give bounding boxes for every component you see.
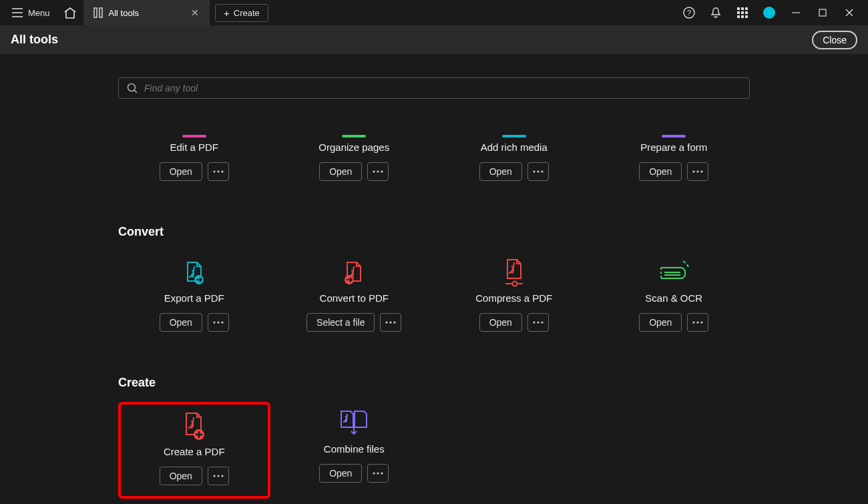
page-title: All tools: [11, 33, 58, 47]
tool-primary-button[interactable]: Open: [160, 467, 202, 485]
tool-label: Scan & OCR: [645, 292, 702, 304]
svg-point-15: [213, 170, 215, 172]
svg-rect-7: [737, 11, 740, 14]
tool-primary-button[interactable]: Open: [160, 162, 202, 181]
tool-icon: [182, 124, 206, 138]
svg-point-24: [693, 170, 695, 172]
tool-primary-button[interactable]: Open: [639, 313, 682, 332]
section-cards: Export a PDF Open Convert to PDF Select …: [118, 251, 750, 342]
partial-section-cards: Edit a PDF Open Organize pages Open Add …: [118, 119, 750, 192]
help-button[interactable]: ?: [676, 0, 702, 25]
tool-more-button[interactable]: [687, 162, 708, 181]
create-pdf-icon: [180, 410, 208, 442]
export-pdf-icon: [180, 256, 208, 288]
tool-primary-button[interactable]: Open: [479, 313, 522, 332]
tool-label: Add rich media: [481, 142, 548, 153]
search-input[interactable]: [144, 83, 741, 93]
tool-more-button[interactable]: [208, 467, 229, 485]
tool-card: Export a PDF Open: [118, 251, 270, 342]
tool-primary-button[interactable]: Open: [639, 162, 682, 181]
tool-more-button[interactable]: [208, 313, 229, 332]
tool-primary-button[interactable]: Open: [160, 313, 202, 332]
svg-rect-4: [737, 7, 740, 10]
svg-rect-6: [745, 7, 748, 10]
tool-more-button[interactable]: [527, 162, 549, 181]
tool-more-button[interactable]: [380, 313, 401, 332]
tool-card: Compress a PDF Open: [438, 251, 590, 342]
svg-point-39: [693, 321, 695, 323]
menu-button[interactable]: Menu: [5, 4, 57, 22]
svg-rect-8: [741, 11, 744, 14]
svg-point-33: [390, 321, 392, 323]
tool-label: Organize pages: [318, 142, 389, 153]
tab-label: All tools: [109, 8, 140, 18]
tool-label: Compress a PDF: [475, 292, 552, 304]
compress-pdf-icon: [500, 256, 528, 288]
notifications-button[interactable]: [702, 0, 729, 25]
window-minimize-button[interactable]: [783, 0, 809, 25]
svg-point-45: [221, 475, 223, 477]
svg-point-48: [381, 472, 383, 474]
create-label: Create: [234, 8, 260, 18]
tool-more-button[interactable]: [527, 313, 549, 332]
svg-point-19: [377, 170, 379, 172]
tool-primary-button[interactable]: Open: [319, 464, 362, 483]
combine-files-icon: [339, 407, 369, 439]
svg-point-34: [394, 321, 396, 323]
svg-point-25: [697, 170, 699, 172]
svg-point-17: [221, 170, 223, 172]
svg-rect-10: [737, 15, 740, 18]
plus-icon: +: [224, 7, 230, 19]
convert-pdf-icon: [340, 256, 368, 288]
close-panel-label: Close: [823, 35, 847, 45]
tab-all-tools[interactable]: All tools ✕: [83, 0, 210, 25]
tool-more-button[interactable]: [367, 162, 389, 181]
svg-point-40: [697, 321, 699, 323]
help-icon: ?: [683, 7, 695, 19]
tool-primary-button[interactable]: Open: [319, 162, 362, 181]
tool-label: Edit a PDF: [170, 142, 218, 153]
section-cards: Create a PDF Open Combine files Open: [118, 402, 750, 499]
tool-label: Convert to PDF: [320, 292, 389, 304]
svg-point-14: [128, 84, 136, 91]
home-button[interactable]: [57, 3, 83, 23]
apps-grid-icon: [737, 7, 748, 18]
svg-point-46: [373, 472, 375, 474]
svg-point-20: [381, 170, 383, 172]
close-panel-button[interactable]: Close: [812, 31, 857, 49]
tool-icon: [342, 124, 366, 138]
tool-card: Organize pages Open: [278, 119, 431, 192]
window-maximize-button[interactable]: [809, 0, 836, 25]
tool-card: Convert to PDF Select a file: [278, 251, 431, 342]
sub-bar: All tools Close: [0, 25, 868, 55]
svg-rect-0: [94, 8, 97, 17]
svg-rect-11: [741, 15, 744, 18]
tool-card: Edit a PDF Open: [118, 119, 270, 192]
tool-icon: [662, 124, 686, 138]
avatar-icon: [763, 7, 775, 19]
minimize-icon: [792, 9, 800, 17]
svg-rect-13: [819, 9, 826, 16]
svg-point-36: [533, 321, 535, 323]
tool-label: Export a PDF: [164, 292, 224, 304]
tool-label: Combine files: [324, 443, 385, 455]
tool-primary-button[interactable]: Open: [479, 162, 522, 181]
tool-more-button[interactable]: [208, 162, 229, 181]
tool-more-button[interactable]: [367, 464, 389, 483]
svg-rect-12: [745, 15, 748, 18]
tool-icon: [502, 124, 526, 138]
window-close-button[interactable]: [836, 0, 863, 25]
search-input-container[interactable]: [118, 77, 750, 99]
create-button[interactable]: + Create: [215, 4, 268, 22]
svg-point-26: [701, 170, 703, 172]
svg-point-21: [533, 170, 535, 172]
title-bar: Menu All tools ✕ + Create ?: [0, 0, 868, 25]
apps-button[interactable]: [729, 0, 756, 25]
tab-close-icon[interactable]: ✕: [190, 7, 200, 18]
svg-point-22: [537, 170, 539, 172]
svg-point-28: [213, 321, 215, 323]
avatar[interactable]: [756, 0, 783, 25]
tool-card: Create a PDF Open: [118, 402, 270, 499]
tool-more-button[interactable]: [687, 313, 708, 332]
tool-primary-button[interactable]: Select a file: [306, 313, 375, 332]
